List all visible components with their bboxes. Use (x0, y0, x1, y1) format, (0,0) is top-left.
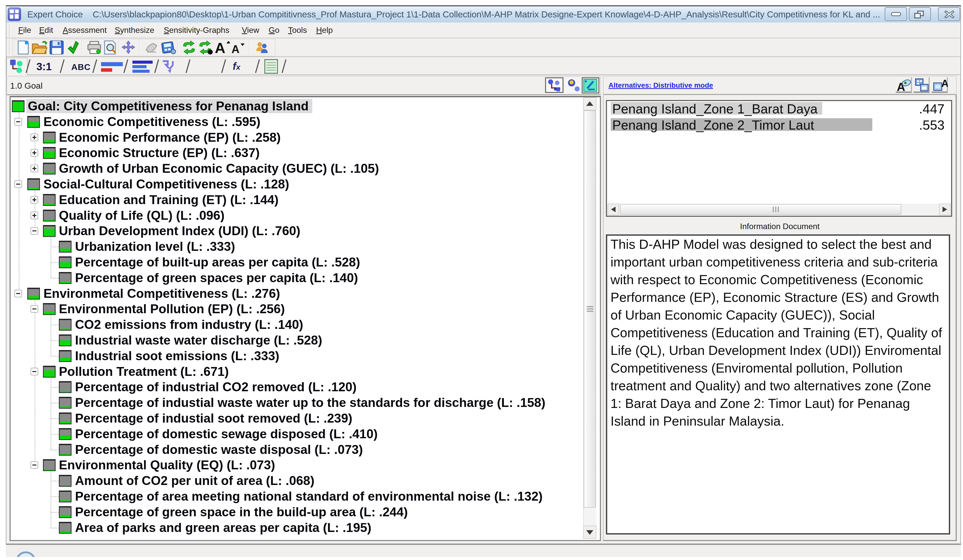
svg-text:A: A (215, 40, 225, 55)
svg-text:A: A (232, 43, 240, 55)
svg-text:A: A (941, 78, 948, 89)
